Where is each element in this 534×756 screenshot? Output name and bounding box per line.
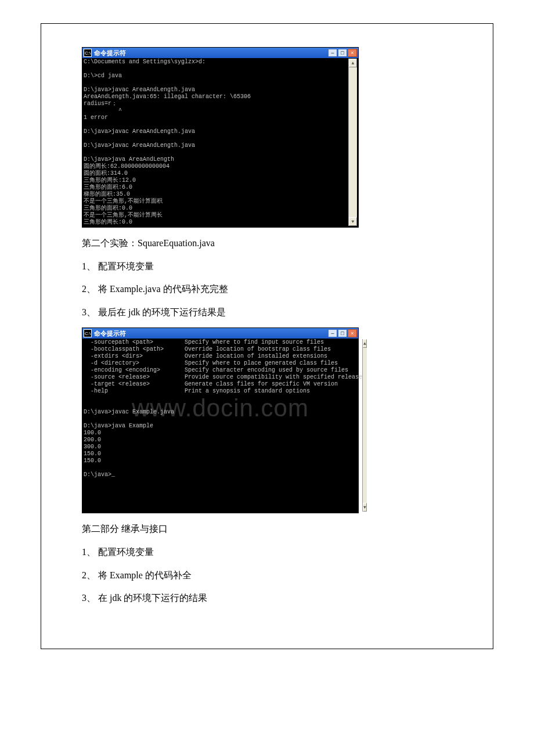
list-item: 2、 将 Example.java 的代码补充完整: [82, 282, 452, 297]
titlebar: C:\ 命令提示符 – □ ×: [82, 48, 358, 58]
titlebar: C:\ 命令提示符 – □ ×: [82, 328, 358, 339]
window-controls: – □ ×: [328, 329, 358, 337]
section-a: 第二个实验：SquareEquation.java 1、 配置环境变量 2、 将…: [82, 236, 452, 319]
section-b: 第二部分 继承与接口 1、 配置环境变量 2、 将 Example 的代码补全 …: [82, 521, 452, 605]
cmd-icon: C:\: [84, 329, 92, 337]
minimize-button[interactable]: –: [328, 329, 337, 337]
scroll-down-icon[interactable]: ▼: [349, 217, 357, 226]
scrollbar[interactable]: ▲ ▼: [362, 339, 367, 512]
terminal-window-1: C:\ 命令提示符 – □ × C:\Documents and Setting…: [82, 47, 359, 228]
list-item: 1、 配置环境变量: [82, 259, 452, 274]
list-item: 2、 将 Example 的代码补全: [82, 568, 452, 583]
document-page: C:\ 命令提示符 – □ × C:\Documents and Setting…: [41, 23, 493, 649]
scroll-track[interactable]: [363, 348, 367, 503]
scroll-down-icon[interactable]: ▼: [363, 503, 367, 512]
console-output: C:\Documents and Settings\syglzx>d: D:\>…: [84, 59, 348, 226]
terminal-window-2: C:\ 命令提示符 – □ × www.docin.com -sourcepat…: [82, 327, 359, 513]
console-output: -sourcepath <path> Specify where to find…: [84, 339, 362, 512]
scroll-track[interactable]: [349, 67, 357, 217]
scroll-up-icon[interactable]: ▲: [363, 339, 367, 348]
close-button[interactable]: ×: [348, 49, 357, 57]
window-title: 命令提示符: [94, 49, 328, 57]
console-body: C:\Documents and Settings\syglzx>d: D:\>…: [82, 58, 358, 227]
maximize-button[interactable]: □: [338, 49, 347, 57]
list-item: 3、 最后在 jdk 的环境下运行结果是: [82, 305, 452, 320]
cmd-icon: C:\: [84, 49, 92, 57]
list-item: 3、 在 jdk 的环境下运行的结果: [82, 591, 452, 606]
close-button[interactable]: ×: [348, 329, 357, 337]
window-controls: – □ ×: [328, 49, 358, 57]
section-b-heading: 第二部分 继承与接口: [82, 521, 452, 537]
console-body: www.docin.com -sourcepath <path> Specify…: [82, 339, 358, 513]
scrollbar[interactable]: ▲ ▼: [348, 59, 357, 226]
window-title: 命令提示符: [94, 329, 328, 338]
maximize-button[interactable]: □: [338, 329, 347, 337]
scroll-up-icon[interactable]: ▲: [349, 59, 357, 67]
list-item: 1、 配置环境变量: [82, 545, 452, 560]
section-a-heading: 第二个实验：SquareEquation.java: [82, 236, 452, 251]
minimize-button[interactable]: –: [328, 49, 337, 57]
